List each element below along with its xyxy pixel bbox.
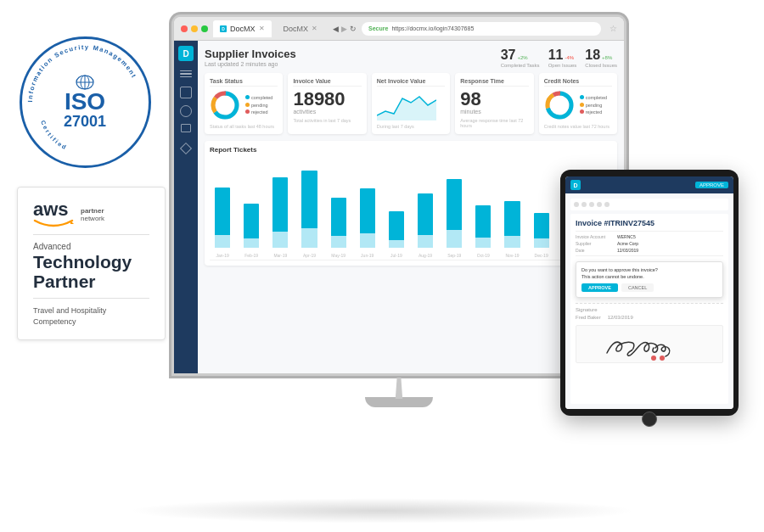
reload-icon[interactable]: ↻ xyxy=(350,25,357,33)
page-header: Supplier Invoices Last updated 2 minutes… xyxy=(205,48,617,68)
kpi-task-status-title: Task Status xyxy=(210,78,278,87)
sidebar-icon1[interactable] xyxy=(180,87,192,98)
kpi-invoice-title: Invoice Value xyxy=(293,78,361,87)
field-value-2: Acme Corp xyxy=(617,241,638,246)
bar-bottom xyxy=(272,232,288,248)
back-icon[interactable]: ◀ xyxy=(333,25,339,33)
credit-notes-donut xyxy=(544,90,575,120)
signature-box xyxy=(576,325,723,363)
tablet-toolbar xyxy=(570,199,728,210)
invoice-line1 xyxy=(576,231,723,232)
toolbar-icon-3[interactable] xyxy=(589,202,594,207)
bar-stack xyxy=(441,179,467,248)
bar-group: Dec-19 xyxy=(529,159,554,248)
stat1-delta: +2% xyxy=(518,55,528,60)
kpi-net-body xyxy=(377,90,445,120)
signature-area: Signature Fred Baker 12/03/2019 xyxy=(576,303,723,363)
kpi-credit-title: Credit Notes xyxy=(544,78,612,87)
bar-stack xyxy=(296,171,322,248)
bar-stack xyxy=(326,198,351,248)
tablet-home-button[interactable] xyxy=(642,412,657,427)
sidebar-menu-icon[interactable] xyxy=(180,68,192,80)
svg-point-15 xyxy=(548,93,571,117)
forward-icon[interactable]: ▶ xyxy=(341,25,347,33)
bar-label: Dec-19 xyxy=(535,253,548,258)
kpi-credit-notes: Credit Notes completed pending xyxy=(539,73,617,134)
browser-bar: D DocMX ✕ DocMX ✕ ◀ ▶ ↻ Secure https://d… xyxy=(174,17,624,41)
header-stats: 37 +2% Completed Tasks 11 -4% Open Issue… xyxy=(501,48,617,68)
bar-group: Nov-19 xyxy=(499,159,525,248)
bar-stack xyxy=(499,201,525,248)
tab-close-icon[interactable]: ✕ xyxy=(259,25,265,32)
bar-label: Feb-19 xyxy=(244,253,258,258)
toolbar-icon-1[interactable] xyxy=(574,202,579,207)
tab2-close-icon[interactable]: ✕ xyxy=(312,25,317,32)
maximize-dot[interactable] xyxy=(201,25,208,32)
invoice-line2 xyxy=(576,255,723,256)
bar-stack xyxy=(210,188,235,248)
toolbar-icon-2[interactable] xyxy=(581,202,587,207)
header-stat-2: 11 -4% Open Issues xyxy=(548,48,577,68)
sidebar-logo: D xyxy=(178,46,194,61)
dialog-text: Do you want to approve this invoice?This… xyxy=(581,267,717,280)
task-status-footer: Status of all tasks last 48 hours xyxy=(210,124,278,129)
bar-label: Jul-19 xyxy=(390,253,402,258)
bar-group: Mar-19 xyxy=(267,159,293,248)
page-subtitle: Last updated 2 minutes ago xyxy=(205,61,296,67)
toolbar-icon-4[interactable] xyxy=(597,202,602,207)
bar-label: Jan-19 xyxy=(216,253,228,258)
bar-label: Mar-19 xyxy=(273,253,287,258)
header-stat-3: 18 +8% Closed Issues xyxy=(585,48,617,68)
kpi-task-status: Task Status completed pending xyxy=(205,73,283,134)
sidebar-icon3[interactable] xyxy=(180,124,192,136)
bar-group: Aug-19 xyxy=(413,159,438,248)
address-bar[interactable]: Secure https://docmx.io/login74307685 xyxy=(362,22,601,36)
browser-window-controls xyxy=(181,25,208,32)
tablet-approve-btn[interactable]: APPROVE xyxy=(695,182,728,188)
kpi-response-title: Response Time xyxy=(460,78,528,87)
bar-bottom xyxy=(301,228,317,248)
toolbar-icon-5[interactable] xyxy=(604,202,610,207)
bar-top xyxy=(301,171,317,228)
close-dot[interactable] xyxy=(181,25,188,32)
bar-stack xyxy=(355,188,380,248)
invoice-doc: Invoice #ITRINV27545 Invoice Account WER… xyxy=(570,214,728,404)
svg-point-17 xyxy=(660,356,665,361)
minimize-dot[interactable] xyxy=(191,25,198,32)
bar-bottom xyxy=(389,240,404,248)
chart-title: Report Tickets xyxy=(210,146,612,154)
bar-top xyxy=(534,213,549,238)
tablet-app-bar: D APPROVE xyxy=(565,176,733,193)
browser-tab-active[interactable]: D DocMX ✕ xyxy=(213,20,272,37)
bar-label: Sep-19 xyxy=(447,253,461,258)
bar-bottom xyxy=(475,238,491,248)
bar-label: Apr-19 xyxy=(303,253,316,258)
bookmark-icon[interactable]: ☆ xyxy=(610,24,617,33)
bar-bottom xyxy=(360,233,375,248)
field-label-1: Invoice Account xyxy=(576,234,614,239)
header-stat-1: 37 +2% Completed Tasks xyxy=(501,48,540,68)
aws-partner-label: partner xyxy=(81,207,104,215)
cancel-button[interactable]: CANCEL xyxy=(621,283,654,292)
bar-stack xyxy=(239,204,264,248)
browser-tab-inactive[interactable]: DocMX ✕ xyxy=(277,20,325,37)
bar-stack xyxy=(413,193,438,248)
field-value-1: WERNC5 xyxy=(617,234,636,239)
aws-divider2 xyxy=(33,298,149,299)
iso-badge: Information Security Management Certifie… xyxy=(17,34,153,170)
kpi-invoice-body: 18980 activities xyxy=(293,90,361,115)
bar-top xyxy=(475,205,491,238)
approve-button[interactable]: APPROVE xyxy=(581,283,618,292)
tablet-content: Invoice #ITRINV27545 Invoice Account WER… xyxy=(565,193,733,409)
bar-bottom xyxy=(504,236,520,248)
kpi-response-unit: minutes xyxy=(460,109,481,115)
field-label-3: Date xyxy=(576,248,614,253)
signature-label: Signature xyxy=(576,307,723,312)
bar-top xyxy=(418,193,433,235)
stat3-number: 18 xyxy=(585,48,600,63)
stat2-number: 11 xyxy=(548,48,564,63)
bar-bottom xyxy=(418,235,433,248)
sidebar-icon2[interactable] xyxy=(180,105,192,117)
sidebar-icon4[interactable] xyxy=(180,143,192,154)
bar-label: May-19 xyxy=(331,253,345,258)
